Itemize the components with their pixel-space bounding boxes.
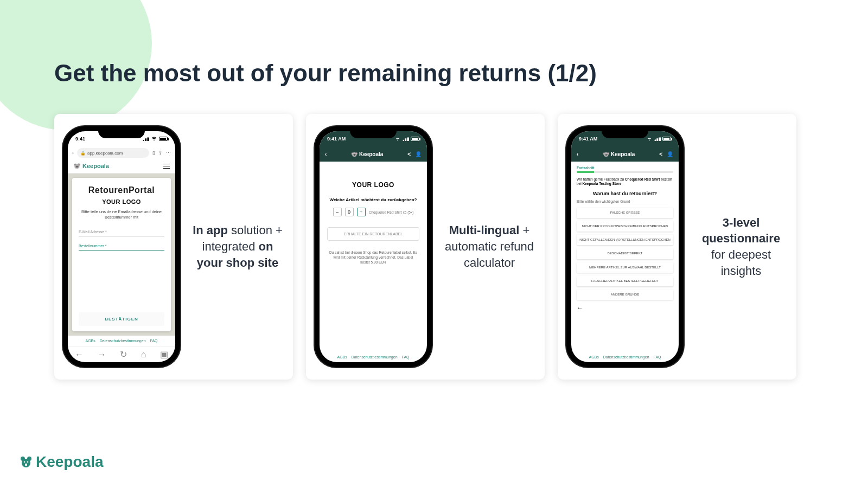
hero-area: RetourenPortal YOUR LOGO Bitte teile uns…: [68, 174, 175, 336]
app-header: ‹ 🐨 Keepoala < 👤: [320, 146, 427, 162]
footer-brand-text: Keepoala: [36, 453, 104, 471]
koala-icon: [20, 455, 33, 468]
panel-3: 9:41 AM ‹ 🐨 Keepoala < 👤: [558, 114, 796, 380]
link-faq[interactable]: FAQ: [150, 339, 158, 343]
signal-icon: [143, 137, 149, 141]
app-brand: 🐨 Keepoala: [73, 163, 109, 170]
feedback-context: Wir hätten gerne Feedback zu Chequered R…: [577, 177, 673, 187]
get-label-button[interactable]: ERHALTE EIN RETOURENLABEL: [327, 227, 419, 241]
option-2[interactable]: NICHT DER PRODUKTBESCHREIBUNG ENTSPROCHE…: [577, 221, 673, 232]
app-brand: 🐨 Keepoala: [603, 151, 635, 157]
back-icon[interactable]: ‹: [325, 151, 327, 157]
return-selector: YOUR LOGO Welche Artikel möchtest du zur…: [320, 162, 427, 352]
nav-reload-icon[interactable]: ↻: [120, 349, 127, 359]
footer-brand: Keepoala: [20, 453, 104, 471]
footer-links: AGBs Datenschutzbestimmungen FAQ: [320, 352, 427, 362]
phone-mock-3: 9:41 AM ‹ 🐨 Keepoala < 👤: [566, 126, 684, 367]
qty-stepper: – 0 + Chequered Red Shirt x6 (5x): [333, 208, 414, 216]
option-1[interactable]: FALSCHE GRÖSSE: [577, 208, 673, 218]
book-icon[interactable]: ▯: [152, 150, 155, 156]
email-field[interactable]: E-Mail Adresse *: [79, 227, 164, 236]
progress-label: Fortschritt: [577, 166, 673, 170]
wifi-icon: [394, 137, 401, 142]
panel-2-caption: Multi-lingual + automatic refund calcula…: [443, 222, 536, 271]
wifi-icon: [151, 137, 157, 142]
share-icon[interactable]: <: [407, 151, 411, 157]
question-subtitle: Bitte wähle den wichtigsten Grund: [577, 200, 673, 203]
signal-icon: [654, 137, 661, 141]
logo-placeholder: YOUR LOGO: [352, 181, 394, 189]
status-time: 9:41: [75, 136, 85, 142]
status-time: 9:41 AM: [327, 136, 346, 142]
browser-bar: ‹ 🔒 app.keepoala.com ▯ ⇪ ⋯: [68, 146, 175, 159]
intro-text: Bitte teile uns deine Emailadresse und d…: [79, 209, 164, 220]
panel-1-caption: In app solution + integrated on your sho…: [191, 222, 284, 271]
qty-value: 0: [345, 208, 354, 216]
back-icon[interactable]: ‹: [577, 151, 578, 157]
logo-placeholder: YOUR LOGO: [102, 198, 141, 205]
nav-back-icon[interactable]: ←: [75, 350, 84, 359]
app-header: 🐨 Keepoala: [68, 159, 175, 174]
url-text: app.keepoala.com: [87, 151, 123, 156]
link-privacy[interactable]: Datenschutzbestimmungen: [100, 339, 146, 343]
option-4[interactable]: BESCHÄDIGT/DEFEKT: [577, 248, 673, 259]
footer-links: AGBs Datenschutzbestimmungen FAQ: [68, 336, 175, 346]
option-7[interactable]: ANDERE GRÜNDE: [577, 290, 673, 300]
refund-note: Du zahlst bei diesem Shop das Retourenla…: [327, 251, 419, 265]
panels-row: 9:41 ‹ 🔒 app.keepoala.com ▯ ⇪ ⋯: [54, 114, 796, 380]
more-icon[interactable]: ⋯: [166, 150, 171, 156]
option-3[interactable]: NICHT GEFALLEN/DEN VORSTELLUNGEN ENTSPRO…: [577, 235, 673, 245]
nav-fwd-icon[interactable]: →: [97, 350, 106, 359]
menu-icon[interactable]: [163, 164, 170, 169]
share-icon[interactable]: ⇪: [158, 150, 163, 156]
link-privacy[interactable]: Datenschutzbestimmungen: [352, 355, 398, 359]
battery-icon: [662, 137, 671, 141]
link-agb[interactable]: AGBs: [337, 355, 347, 359]
svg-point-2: [22, 459, 30, 467]
profile-icon[interactable]: 👤: [415, 151, 422, 157]
phone-mock-2: 9:41 AM ‹ 🐨 Keepoala < 👤: [315, 126, 432, 367]
status-time: 9:41 AM: [579, 136, 597, 142]
minus-button[interactable]: –: [333, 208, 342, 216]
app-brand: 🐨 Keepoala: [351, 151, 383, 157]
phone-mock-1: 9:41 ‹ 🔒 app.keepoala.com ▯ ⇪ ⋯: [63, 126, 180, 367]
page-title: Get the most out of your remaining retur…: [54, 60, 597, 87]
panel-3-caption: 3-level questionnaire for deepest insigh…: [694, 215, 788, 279]
back-arrow[interactable]: ←: [577, 304, 673, 312]
battery-icon: [159, 137, 168, 141]
confirm-button[interactable]: BESTÄTIGEN: [79, 312, 164, 326]
svg-point-4: [27, 461, 29, 463]
question-text: Welche Artikel möchtest du zurückgeben?: [330, 197, 417, 202]
share-icon[interactable]: <: [659, 151, 662, 157]
footer-links: AGBs Datenschutzbestimmungen FAQ: [571, 352, 679, 362]
option-5[interactable]: MEHRERE ARTIKEL ZUR AUSWAHL BESTELLT: [577, 262, 673, 273]
progress-bar: [577, 171, 673, 173]
question-heading: Warum hast du retourniert?: [577, 191, 673, 196]
wifi-icon: [646, 137, 653, 142]
back-icon[interactable]: ‹: [72, 150, 74, 156]
link-agb[interactable]: AGBs: [85, 339, 95, 343]
browser-bottom-nav: ← → ↻ ⌂ ▣: [68, 346, 175, 362]
order-field[interactable]: Bestellnummer *: [79, 241, 164, 251]
panel-1: 9:41 ‹ 🔒 app.keepoala.com ▯ ⇪ ⋯: [54, 114, 293, 380]
link-agb[interactable]: AGBs: [589, 355, 598, 359]
lock-icon: 🔒: [80, 151, 86, 156]
svg-point-3: [24, 461, 25, 463]
nav-home-icon[interactable]: ⌂: [141, 350, 146, 359]
app-header: ‹ 🐨 Keepoala < 👤: [571, 146, 679, 162]
nav-tabs-icon[interactable]: ▣: [160, 349, 168, 359]
url-box[interactable]: 🔒 app.keepoala.com: [77, 148, 149, 158]
item-name: Chequered Red Shirt x6 (5x): [369, 210, 414, 214]
questionnaire: Fortschritt Wir hätten gerne Feedback zu…: [571, 162, 679, 352]
link-privacy[interactable]: Datenschutzbestimmungen: [603, 355, 649, 359]
plus-button[interactable]: +: [357, 208, 366, 216]
profile-icon[interactable]: 👤: [667, 151, 673, 157]
link-faq[interactable]: FAQ: [654, 355, 661, 359]
link-faq[interactable]: FAQ: [402, 355, 410, 359]
svg-point-5: [25, 464, 27, 466]
option-6[interactable]: FALSCHER ARTIKEL BESTELLT/GELIEFERT: [577, 276, 673, 286]
panel-2: 9:41 AM ‹ 🐨 Keepoala < 👤: [306, 114, 545, 380]
battery-icon: [411, 137, 419, 141]
card-title: RetourenPortal: [88, 185, 155, 195]
login-card: RetourenPortal YOUR LOGO Bitte teile uns…: [72, 178, 171, 331]
